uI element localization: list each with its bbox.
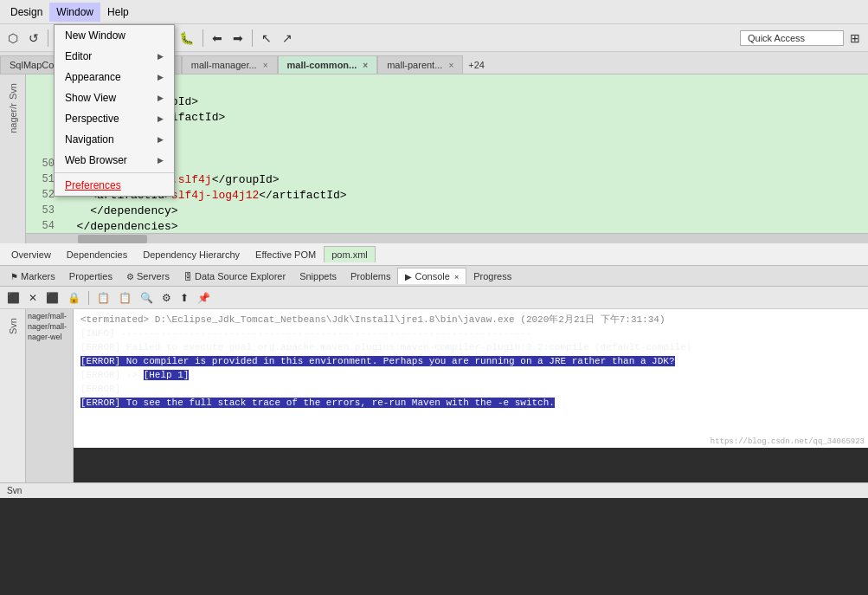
console-tab-problems[interactable]: Problems [344, 268, 397, 284]
status-svn-text: Svn [7, 486, 22, 495]
console-terminated-line: <terminated> D:\Eclipse_Jdk_Tomcat_Netbe… [80, 313, 861, 327]
tab-close-mall-parent[interactable]: × [448, 61, 453, 70]
console-btn-clear[interactable]: ✕ [25, 290, 41, 306]
tabs-overflow[interactable]: +24 [463, 56, 490, 74]
menu-item-editor[interactable]: Editor [55, 46, 174, 67]
console-view-pane: Svn nager/mall- nager/mall- nager-wel <t… [0, 309, 868, 482]
menu-item-appearance[interactable]: Appearance [55, 67, 174, 87]
console-line-info: [INFO] ---------------------------------… [80, 327, 861, 340]
console-btn-stop[interactable]: ⬛ [3, 290, 23, 306]
horizontal-scrollbar[interactable] [26, 233, 868, 243]
editor-tab-dep-hierarchy[interactable]: Dependency Hierarchy [135, 246, 248, 263]
console-btn-paste[interactable]: 📋 [115, 290, 135, 306]
menubar: Design Window Help [0, 0, 868, 24]
console-line-error-1: [ERROR] Failed to execute goal org.apach… [80, 340, 861, 354]
console-tab-snippets[interactable]: Snippets [293, 268, 344, 284]
console-tab-properties[interactable]: Properties [62, 268, 119, 284]
menu-item-show-view[interactable]: Show View [55, 87, 174, 108]
menu-help[interactable]: Help [100, 3, 136, 22]
code-line-54: 54 </dependencies> [33, 218, 861, 234]
tab-mall-manager[interactable]: mall-manager... × [182, 55, 278, 74]
editor-tab-overview[interactable]: Overview [3, 246, 59, 263]
console-tabs-row: ⚑ Markers Properties ⚙ Servers 🗄 Data So… [0, 266, 868, 287]
console-tab-progress[interactable]: Progress [466, 268, 518, 284]
console-tab-servers[interactable]: ⚙ Servers [119, 268, 177, 284]
console-btn-scroll[interactable]: ⬛ [42, 290, 62, 306]
toolbar-btn-layout[interactable]: ⊞ [845, 29, 865, 47]
console-sep [88, 291, 89, 305]
watermark: https://blog.csdn.net/qq_34065923 [710, 437, 865, 446]
svn-paths-panel: nager/mall- nager/mall- nager-wel [26, 309, 74, 482]
toolbar-btn-9[interactable]: ⬅ [208, 29, 227, 47]
editor-bottom-tabs: Overview Dependencies Dependency Hierarc… [0, 243, 868, 266]
console-line-error-2: [ERROR] No compiler is provided in this … [80, 354, 861, 368]
svn-text-2: nager/r [8, 103, 18, 133]
toolbar-sep-1 [48, 29, 48, 47]
toolbar-sep-3 [203, 29, 203, 47]
window-dropdown-menu: New Window Editor Appearance Show View P… [54, 24, 175, 197]
toolbar-btn-2[interactable]: ↺ [24, 29, 43, 47]
menu-item-navigation[interactable]: Navigation [55, 129, 174, 150]
console-btn-lock[interactable]: 🔒 [64, 290, 84, 306]
console-btn-filter[interactable]: 🔍 [137, 290, 157, 306]
menu-item-web-browser[interactable]: Web Browser [55, 150, 174, 171]
console-tab-console[interactable]: ▶ Console × [397, 268, 466, 284]
tab-close-mall-common[interactable]: × [363, 61, 368, 70]
tab-close-mall-manager[interactable]: × [263, 61, 268, 70]
quick-access-box[interactable]: Quick Access [740, 30, 844, 46]
menu-item-new-window[interactable]: New Window [55, 25, 174, 46]
console-left-svn: Svn [0, 309, 26, 482]
svn-path-2: nager/mall- [28, 321, 71, 332]
editor-tab-dependencies[interactable]: Dependencies [59, 246, 135, 263]
console-btn-expand[interactable]: ⬆ [177, 290, 192, 306]
menu-window[interactable]: Window [49, 3, 100, 22]
toolbar-sep-4 [252, 29, 253, 47]
toolbar-btn-10[interactable]: ➡ [228, 29, 248, 47]
console-tab-markers[interactable]: ⚑ Markers [3, 268, 62, 284]
console-toolbar: ⬛ ✕ ⬛ 🔒 📋 📋 🔍 ⚙ ⬆ 📌 [0, 287, 868, 309]
menu-separator [55, 172, 174, 173]
toolbar-btn-1[interactable]: ⬡ [3, 29, 23, 47]
toolbar-btn-12[interactable]: ↗ [278, 29, 297, 47]
toolbar-btn-11[interactable]: ↖ [257, 29, 276, 47]
svn-path-1: nager/mall- [28, 311, 71, 321]
menu-item-preferences[interactable]: Preferences [55, 175, 174, 196]
svn-path-3: nager-wel [28, 332, 71, 342]
console-btn-pin[interactable]: 📌 [194, 290, 214, 306]
console-output[interactable]: <terminated> D:\Eclipse_Jdk_Tomcat_Netbe… [74, 309, 868, 448]
console-btn-settings[interactable]: ⚙ [158, 290, 175, 306]
tab-mall-parent[interactable]: mall-parent... × [377, 55, 463, 74]
menu-design[interactable]: Design [3, 3, 49, 22]
console-btn-copy[interactable]: 📋 [93, 290, 113, 306]
console-line-error-4: [ERROR] [80, 382, 861, 396]
menu-item-perspective[interactable]: Perspective [55, 108, 174, 129]
svn-text: Svn [8, 83, 18, 100]
editor-tab-pom-xml[interactable]: pom.xml [324, 246, 376, 262]
toolbar-btn-8[interactable]: 🐛 [175, 29, 198, 47]
console-tab-datasource[interactable]: 🗄 Data Source Explorer [177, 268, 293, 284]
svn-label-panel: Svn nager/r [0, 74, 26, 243]
editor-tab-effective-pom[interactable]: Effective POM [248, 246, 324, 263]
console-line-error-5: [ERROR] To see the full stack trace of t… [80, 396, 861, 410]
status-bar: Svn [0, 482, 868, 498]
tab-mall-common[interactable]: mall-common... × [278, 55, 378, 74]
console-line-error-3: [ERROR] -> [Help 1] [80, 368, 861, 382]
svn-text-3: Svn [8, 318, 18, 334]
code-line-53: 53 </dependency> [33, 203, 861, 218]
